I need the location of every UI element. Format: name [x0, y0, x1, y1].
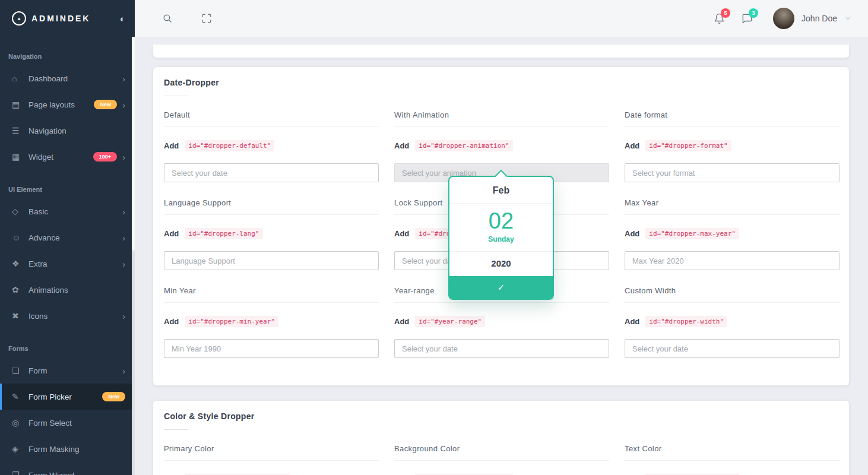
- fullscreen-icon[interactable]: [201, 13, 212, 24]
- badge: 100+: [93, 152, 117, 162]
- logo-text: ADMINDEK: [31, 14, 90, 23]
- code-snippet: id="#dropper-width": [645, 316, 727, 327]
- chevron-right-icon: ›: [122, 152, 125, 162]
- wizard-icon: ❒: [12, 470, 26, 475]
- sidebar-item-widget[interactable]: ▦ Widget 100+ ›: [0, 144, 135, 170]
- sidebar-section: UI Element ◇ Basic › ☺ Advance › ❖ Extra…: [0, 170, 135, 329]
- datepicker-confirm-button[interactable]: ✓: [449, 276, 553, 299]
- input-date-format[interactable]: [625, 163, 840, 182]
- form-section-heading: Min Year: [164, 286, 379, 303]
- chevron-right-icon: ›: [122, 74, 125, 84]
- icons-icon: ✖: [12, 311, 26, 321]
- sidebar-toggle-icon[interactable]: ◐: [120, 14, 125, 24]
- add-label: Add: [394, 317, 409, 326]
- sidebar-item-icons[interactable]: ✖ Icons ›: [0, 303, 135, 329]
- sidebar-item-form-masking[interactable]: ◈ Form Masking: [0, 436, 135, 462]
- sidebar-item-dashboard[interactable]: ⌂ Dashboard ›: [0, 65, 135, 91]
- check-icon: ✓: [498, 282, 505, 293]
- sidebar-item-form-picker[interactable]: ✎ Form Picker New: [0, 384, 135, 410]
- add-line: Add id="#dropper-width": [625, 316, 840, 327]
- sidebar-item-navigation[interactable]: ☰ Navigation: [0, 118, 135, 144]
- chevron-right-icon: ›: [122, 100, 125, 110]
- card-title: Date-Dropper: [164, 78, 840, 87]
- form-section-heading: Default: [164, 110, 379, 127]
- add-label: Add: [625, 229, 639, 238]
- datepicker-day[interactable]: 02: [449, 204, 553, 232]
- avatar: [773, 8, 794, 29]
- code-snippet: id="#dropper-default": [185, 140, 274, 151]
- add-label: Add: [625, 317, 639, 326]
- add-line: Add id="#year-range": [394, 316, 609, 327]
- color-dropper-grid: Primary Color Add id="#dropper-dangercol…: [164, 444, 840, 475]
- datepicker-popup: Feb 02 Sunday 2020 ✓: [448, 176, 554, 300]
- sidebar-item-label: Page layouts: [28, 100, 75, 109]
- code-snippet: id="#dropper-max-year": [645, 228, 739, 239]
- form-section-heading: Background Color: [394, 444, 609, 461]
- input-custom-width[interactable]: [625, 339, 840, 358]
- datepicker-year[interactable]: 2020: [449, 251, 553, 276]
- code-snippet: id="#dropper-min-year": [185, 316, 278, 327]
- sidebar-section: Navigation ⌂ Dashboard › ▤ Page layouts …: [0, 37, 135, 170]
- form-section-language-support: Language Support Add id="#dropper-lang": [164, 198, 379, 270]
- user-menu[interactable]: John Doe: [773, 8, 851, 29]
- chat-icon[interactable]: 3: [742, 13, 753, 24]
- topbar: 5 3 John Doe: [135, 0, 868, 37]
- sidebar-item-animations[interactable]: ✿ Animations: [0, 277, 135, 303]
- chevron-right-icon: ›: [122, 311, 125, 321]
- datepicker-month[interactable]: Feb: [449, 177, 553, 204]
- user-name: John Doe: [802, 14, 837, 23]
- sidebar-item-label: Extra: [28, 259, 47, 268]
- form-section-heading: Date format: [625, 110, 840, 127]
- notification-count-badge: 5: [721, 8, 730, 18]
- previous-card-bottom: [153, 45, 849, 58]
- sidebar-nav: Navigation ⌂ Dashboard › ▤ Page layouts …: [0, 37, 135, 475]
- box-icon: ◇: [12, 207, 26, 216]
- form-section-heading: Max Year: [625, 198, 840, 215]
- input-language-support[interactable]: [164, 251, 379, 270]
- sidebar-item-basic[interactable]: ◇ Basic ›: [0, 198, 135, 224]
- bell-icon[interactable]: 5: [714, 13, 725, 24]
- sidebar-item-advance[interactable]: ☺ Advance ›: [0, 224, 135, 251]
- input-max-year[interactable]: [625, 251, 840, 270]
- smile-icon: ☺: [12, 233, 26, 242]
- datepicker-weekday: Sunday: [449, 232, 553, 251]
- form-section-text-color: Text Color Add id="#dropper-txtcolor": [625, 444, 840, 475]
- form-section-heading: Text Color: [625, 444, 840, 461]
- sidebar-item-form-select[interactable]: ◎ Form Select: [0, 410, 135, 436]
- logo[interactable]: ▲ ADMINDEK ◐: [0, 0, 135, 37]
- sidebar-item-form-wizard[interactable]: ❒ Form Wizard: [0, 462, 135, 475]
- sidebar-section: Forms ❏ Form › ✎ Form Picker New ◎ Form …: [0, 329, 135, 475]
- aperture-icon: ✿: [12, 285, 26, 294]
- add-line: Add id="#dropper-animation": [394, 140, 609, 151]
- add-line: Add id="#dropper-default": [164, 140, 379, 151]
- sidebar-item-label: Form: [28, 366, 47, 375]
- gift-icon: ❖: [12, 259, 26, 268]
- sidebar-section-label-forms: Forms: [0, 329, 135, 357]
- add-line: Add id="#dropper-lang": [164, 228, 379, 239]
- add-line: Add id="#dropper-format": [625, 140, 840, 151]
- sidebar-item-label: Form Masking: [28, 445, 80, 454]
- sidebar-item-page-layouts[interactable]: ▤ Page layouts New ›: [0, 91, 135, 118]
- logo-icon: ▲: [12, 11, 26, 26]
- sidebar-item-form[interactable]: ❏ Form ›: [0, 357, 135, 384]
- sidebar-item-label: Form Picker: [28, 392, 72, 401]
- home-icon: ⌂: [12, 74, 26, 83]
- sidebar-item-label: Advance: [28, 233, 60, 242]
- sidebar-item-label: Icons: [28, 312, 47, 321]
- sidebar-item-extra[interactable]: ❖ Extra ›: [0, 251, 135, 277]
- add-label: Add: [164, 317, 179, 326]
- layout-icon: ▤: [12, 100, 26, 109]
- form-section-max-year: Max Year Add id="#dropper-max-year": [625, 198, 840, 270]
- card-color-style-dropper: Color & Style Dropper Primary Color Add …: [153, 401, 849, 475]
- search-icon[interactable]: [162, 13, 173, 24]
- form-section-default: Default Add id="#dropper-default": [164, 110, 379, 182]
- shield-icon: ◈: [12, 444, 26, 454]
- form-section-heading: Language Support: [164, 198, 379, 215]
- input-year-range[interactable]: [394, 339, 609, 358]
- code-snippet: id="#dropper-format": [645, 140, 731, 151]
- chevron-down-icon: [844, 15, 851, 22]
- input-default[interactable]: [164, 163, 379, 182]
- input-min-year[interactable]: [164, 339, 379, 358]
- menu-icon: ☰: [12, 126, 26, 135]
- sidebar-item-label: Dashboard: [28, 74, 68, 83]
